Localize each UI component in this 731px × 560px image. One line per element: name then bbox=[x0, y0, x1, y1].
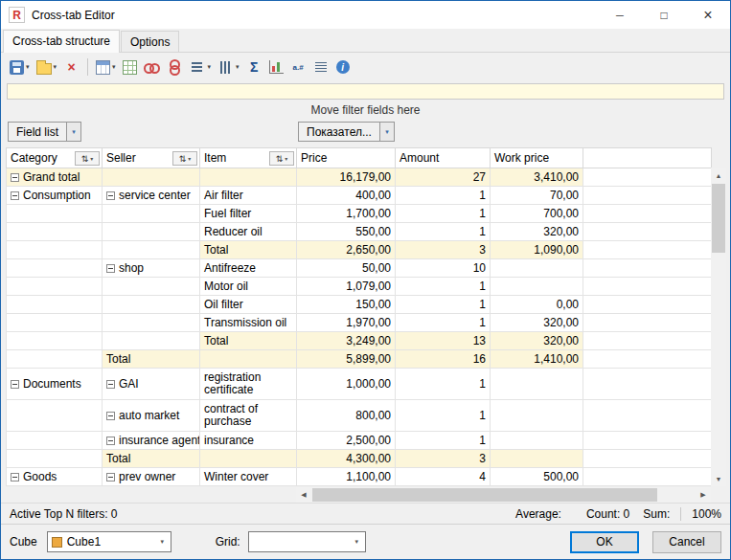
column-header-item[interactable]: Item ⇅ bbox=[200, 148, 297, 168]
collapse-icon[interactable] bbox=[106, 380, 115, 389]
cell-empty[interactable] bbox=[583, 369, 712, 400]
cell-item[interactable]: Oil filter bbox=[200, 296, 297, 314]
cell-price[interactable]: 2,500,00 bbox=[297, 432, 396, 450]
close-button[interactable]: × bbox=[686, 1, 730, 29]
cell-work[interactable]: 0,00 bbox=[491, 296, 583, 314]
collapse-icon[interactable] bbox=[11, 191, 19, 200]
cell-amount[interactable]: 1 bbox=[396, 205, 491, 223]
cell-amount[interactable]: 4 bbox=[396, 468, 491, 486]
cell-work[interactable] bbox=[491, 450, 583, 468]
cell-work[interactable] bbox=[491, 400, 583, 432]
cell-work[interactable]: 3,410,00 bbox=[491, 168, 583, 187]
cell-price[interactable]: 4,300,00 bbox=[297, 450, 396, 468]
cell-seller[interactable] bbox=[103, 241, 200, 259]
cell-category[interactable] bbox=[7, 259, 103, 278]
cell-category[interactable] bbox=[7, 450, 103, 468]
cell-work[interactable] bbox=[491, 369, 583, 400]
collapse-icon[interactable] bbox=[11, 173, 19, 182]
tab-crosstab-structure[interactable]: Cross-tab structure bbox=[3, 30, 120, 53]
cell-price[interactable]: 2,650,00 bbox=[297, 241, 396, 259]
cell-empty[interactable] bbox=[583, 432, 712, 450]
cell-item[interactable]: Reducer oil bbox=[200, 223, 297, 241]
sort-button[interactable]: ⇅ bbox=[75, 151, 100, 166]
cell-amount[interactable]: 1 bbox=[396, 278, 491, 296]
column-header-seller[interactable]: Seller ⇅ bbox=[103, 148, 200, 168]
cell-work[interactable]: 320,00 bbox=[491, 332, 583, 350]
cell-category[interactable] bbox=[7, 314, 103, 332]
cell-amount[interactable]: 1 bbox=[396, 187, 491, 205]
collapse-icon[interactable] bbox=[106, 412, 115, 420]
cell-seller[interactable] bbox=[103, 278, 200, 296]
word-wrap-button[interactable] bbox=[310, 56, 332, 78]
cell-amount[interactable]: 1 bbox=[396, 314, 491, 332]
cell-amount[interactable]: 1 bbox=[396, 296, 491, 314]
cell-seller[interactable] bbox=[103, 332, 200, 350]
cell-seller[interactable]: auto market bbox=[103, 400, 200, 432]
cell-empty[interactable] bbox=[583, 259, 712, 278]
cell-price[interactable]: 150,00 bbox=[297, 296, 396, 314]
cell-work[interactable] bbox=[491, 432, 583, 450]
cell-seller[interactable]: prev owner bbox=[103, 468, 200, 486]
cell-empty[interactable] bbox=[583, 450, 712, 468]
scroll-right-icon[interactable]: ▶ bbox=[696, 487, 711, 503]
cell-amount[interactable]: 3 bbox=[396, 450, 491, 468]
cell-item[interactable]: Transmission oil bbox=[200, 314, 297, 332]
cell-price[interactable]: 1,700,00 bbox=[297, 205, 396, 223]
cell-category[interactable] bbox=[7, 278, 103, 296]
cell-amount[interactable]: 1 bbox=[396, 432, 491, 450]
cell-empty[interactable] bbox=[583, 223, 712, 241]
cell-empty[interactable] bbox=[583, 332, 712, 350]
minimize-button[interactable]: ─ bbox=[598, 1, 642, 29]
cell-work[interactable] bbox=[491, 278, 583, 296]
sort-button[interactable]: ⇅ bbox=[269, 151, 294, 166]
cell-amount[interactable]: 10 bbox=[396, 259, 491, 278]
cell-seller[interactable]: service center bbox=[103, 187, 200, 205]
collapse-icon[interactable] bbox=[106, 437, 115, 445]
cancel-button[interactable]: Cancel bbox=[652, 531, 721, 553]
cell-empty[interactable] bbox=[583, 278, 712, 296]
cell-amount[interactable]: 1 bbox=[396, 223, 491, 241]
cell-category[interactable] bbox=[7, 241, 103, 259]
cell-price[interactable]: 5,899,00 bbox=[297, 350, 396, 369]
cell-seller[interactable] bbox=[103, 314, 200, 332]
open-button[interactable]: ▾ bbox=[34, 56, 60, 78]
cell-amount[interactable]: 3 bbox=[396, 241, 491, 259]
cell-category[interactable] bbox=[7, 205, 103, 223]
cell-amount[interactable]: 1 bbox=[396, 400, 491, 432]
cell-work[interactable]: 500,00 bbox=[491, 468, 583, 486]
cell-seller[interactable]: Total bbox=[103, 350, 200, 369]
cell-work[interactable]: 70,00 bbox=[491, 187, 583, 205]
cell-empty[interactable] bbox=[583, 205, 712, 223]
delete-button[interactable]: × bbox=[60, 56, 82, 78]
cell-category[interactable]: Goods bbox=[7, 468, 103, 486]
cell-empty[interactable] bbox=[583, 400, 712, 432]
cell-price[interactable]: 3,249,00 bbox=[297, 332, 396, 350]
collapse-icon[interactable] bbox=[11, 473, 19, 482]
cell-category[interactable] bbox=[7, 432, 103, 450]
cell-amount[interactable]: 1 bbox=[396, 369, 491, 400]
field-list-button[interactable]: Field list ▾ bbox=[8, 122, 81, 142]
column-header-amount[interactable]: Amount bbox=[396, 148, 491, 168]
cell-seller[interactable]: GAI bbox=[103, 369, 200, 400]
borders-button[interactable]: ▾ bbox=[215, 56, 242, 78]
cell-item[interactable]: Motor oil bbox=[200, 278, 297, 296]
cell-amount[interactable]: 27 bbox=[396, 168, 491, 187]
cell-seller[interactable]: Total bbox=[103, 450, 200, 468]
cell-category[interactable]: Consumption bbox=[7, 187, 103, 205]
maximize-button[interactable]: □ bbox=[642, 1, 686, 29]
cell-seller[interactable] bbox=[103, 296, 200, 314]
cell-price[interactable]: 1,100,00 bbox=[297, 468, 396, 486]
cell-category[interactable] bbox=[7, 332, 103, 350]
cell-amount[interactable]: 13 bbox=[396, 332, 491, 350]
cell-item[interactable]: Winter cover bbox=[200, 468, 297, 486]
cell-amount[interactable]: 16 bbox=[396, 350, 491, 369]
cell-work[interactable] bbox=[491, 259, 583, 278]
column-header-category[interactable]: Category ⇅ bbox=[7, 148, 103, 168]
cell-category[interactable]: Grand total bbox=[7, 168, 103, 187]
cell-category[interactable] bbox=[7, 400, 103, 432]
cell-seller[interactable]: shop bbox=[103, 259, 200, 278]
cell-price[interactable]: 50,00 bbox=[297, 259, 396, 278]
horizontal-scrollbar[interactable]: ◀ ▶ bbox=[296, 487, 711, 503]
sort-button[interactable]: ▾ bbox=[187, 56, 215, 78]
vertical-scrollbar-thumb[interactable] bbox=[712, 184, 725, 253]
